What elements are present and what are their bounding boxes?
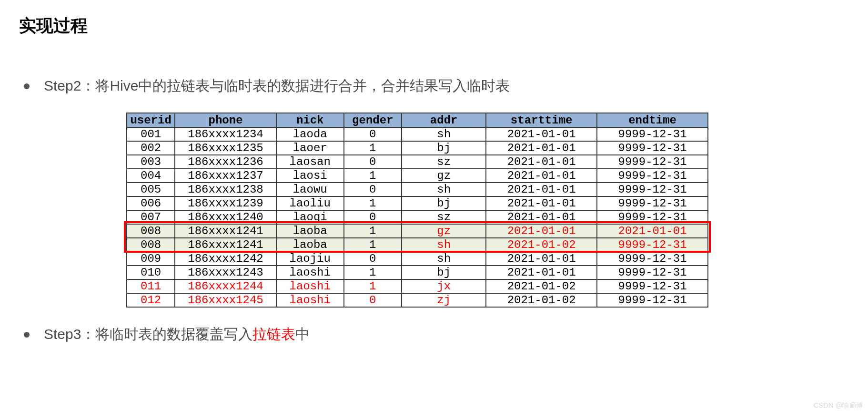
table-cell: 009 (127, 252, 175, 266)
table-cell: 186xxxx1241 (175, 224, 276, 238)
step-list-2: Step3：将临时表的数据覆盖写入拉链表中 (19, 324, 849, 344)
col-header: endtime (597, 113, 708, 127)
table-cell: zj (402, 293, 486, 307)
table-cell: 001 (127, 127, 175, 141)
table-cell: 0 (344, 210, 402, 224)
table-cell: bj (402, 196, 486, 210)
table-cell: 007 (127, 210, 175, 224)
table-cell: 9999-12-31 (597, 196, 708, 210)
table-cell: 186xxxx1241 (175, 238, 276, 252)
watermark: CSDN @喻师傅 (814, 401, 863, 410)
col-header: phone (175, 113, 276, 127)
table-cell: 9999-12-31 (597, 127, 708, 141)
table-cell: 2021-01-01 (486, 252, 597, 266)
table-cell: 0 (344, 127, 402, 141)
table-cell: 2021-01-02 (486, 293, 597, 307)
table-cell: 186xxxx1244 (175, 279, 276, 293)
table-cell: sh (402, 252, 486, 266)
col-header: gender (344, 113, 402, 127)
table-cell: 2021-01-01 (486, 196, 597, 210)
table-cell: 004 (127, 169, 175, 183)
table-row: 006186xxxx1239laoliu1bj2021-01-019999-12… (127, 196, 708, 210)
table-cell: 186xxxx1240 (175, 210, 276, 224)
table-cell: jx (402, 279, 486, 293)
table-cell: 2021-01-01 (486, 127, 597, 141)
table-cell: 186xxxx1235 (175, 141, 276, 155)
table-cell: 003 (127, 155, 175, 169)
table-row: 001186xxxx1234laoda0sh2021-01-019999-12-… (127, 127, 708, 141)
table-body: 001186xxxx1234laoda0sh2021-01-019999-12-… (127, 127, 708, 307)
table-cell: 2021-01-01 (486, 183, 597, 196)
bullet-icon (24, 332, 30, 338)
table-cell: 1 (344, 196, 402, 210)
table-row: 005186xxxx1238laowu0sh2021-01-019999-12-… (127, 183, 708, 196)
table-cell: 012 (127, 293, 175, 307)
table-row: 002186xxxx1235laoer1bj2021-01-019999-12-… (127, 141, 708, 155)
table-cell: 1 (344, 266, 402, 279)
table-cell: laoer (276, 141, 344, 155)
step3-highlight: 拉链表 (252, 326, 295, 342)
table-cell: 2021-01-02 (486, 238, 597, 252)
table-cell: 002 (127, 141, 175, 155)
table-cell: laojiu (276, 252, 344, 266)
table-cell: 9999-12-31 (597, 210, 708, 224)
table-cell: 2021-01-02 (486, 279, 597, 293)
data-table: useridphonenickgenderaddrstarttimeendtim… (126, 113, 708, 308)
table-cell: laosi (276, 169, 344, 183)
table-cell: 9999-12-31 (597, 141, 708, 155)
table-cell: 186xxxx1245 (175, 293, 276, 307)
table-cell: 186xxxx1234 (175, 127, 276, 141)
table-cell: 186xxxx1239 (175, 196, 276, 210)
table-cell: laoliu (276, 196, 344, 210)
table-cell: 186xxxx1243 (175, 266, 276, 279)
step2-item: Step2：将Hive中的拉链表与临时表的数据进行合并，合并结果写入临时表 (19, 76, 849, 96)
step2-text: Step2：将Hive中的拉链表与临时表的数据进行合并，合并结果写入临时表 (44, 76, 510, 96)
table-cell: 9999-12-31 (597, 169, 708, 183)
table-row: 003186xxxx1236laosan0sz2021-01-019999-12… (127, 155, 708, 169)
table-cell: 005 (127, 183, 175, 196)
table-cell: sz (402, 210, 486, 224)
step3-before: Step3：将临时表的数据覆盖写入 (44, 326, 252, 342)
table-cell: 0 (344, 252, 402, 266)
bullet-icon (24, 83, 30, 89)
table-cell: 9999-12-31 (597, 279, 708, 293)
table-cell: laoshi (276, 266, 344, 279)
table-wrap: useridphonenickgenderaddrstarttimeendtim… (126, 113, 708, 308)
table-cell: 2021-01-01 (486, 266, 597, 279)
table-cell: laoshi (276, 279, 344, 293)
table-row: 012186xxxx1245laoshi0zj2021-01-029999-12… (127, 293, 708, 307)
table-cell: 008 (127, 224, 175, 238)
table-cell: laosan (276, 155, 344, 169)
table-cell: laoshi (276, 293, 344, 307)
table-cell: 010 (127, 266, 175, 279)
step3-after: 中 (295, 326, 310, 342)
table-cell: 0 (344, 183, 402, 196)
table-row: 010186xxxx1243laoshi1bj2021-01-019999-12… (127, 266, 708, 279)
table-cell: gz (402, 224, 486, 238)
page-title: 实现过程 (19, 14, 849, 38)
table-cell: 2021-01-01 (486, 169, 597, 183)
table-cell: 9999-12-31 (597, 155, 708, 169)
table-cell: 0 (344, 155, 402, 169)
table-cell: 2021-01-01 (486, 210, 597, 224)
step-list: Step2：将Hive中的拉链表与临时表的数据进行合并，合并结果写入临时表 (19, 76, 849, 96)
table-row: 008186xxxx1241laoba1sh2021-01-029999-12-… (127, 238, 708, 252)
table-cell: 1 (344, 141, 402, 155)
table-cell: 0 (344, 293, 402, 307)
table-cell: bj (402, 266, 486, 279)
table-cell: laowu (276, 183, 344, 196)
col-header: addr (402, 113, 486, 127)
table-row: 004186xxxx1237laosi1gz2021-01-019999-12-… (127, 169, 708, 183)
table-cell: 9999-12-31 (597, 238, 708, 252)
table-row: 011186xxxx1244laoshi1jx2021-01-029999-12… (127, 279, 708, 293)
step3-text: Step3：将临时表的数据覆盖写入拉链表中 (44, 324, 310, 344)
table-cell: sh (402, 238, 486, 252)
table-row: 007186xxxx1240laoqi0sz2021-01-019999-12-… (127, 210, 708, 224)
table-cell: 186xxxx1238 (175, 183, 276, 196)
table-cell: 1 (344, 279, 402, 293)
table-cell: 008 (127, 238, 175, 252)
col-header: userid (127, 113, 175, 127)
table-cell: 1 (344, 224, 402, 238)
table-cell: 9999-12-31 (597, 252, 708, 266)
table-cell: 2021-01-01 (486, 141, 597, 155)
